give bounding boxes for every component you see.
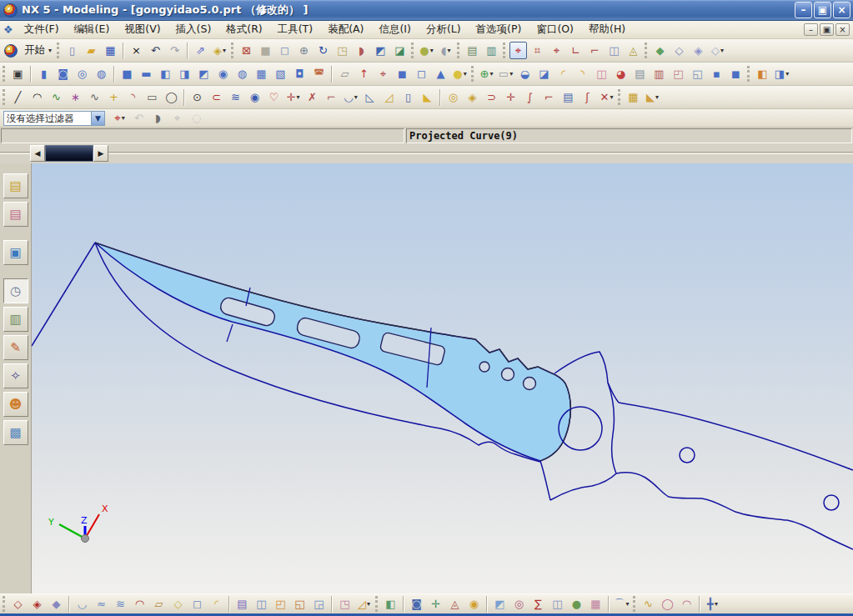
info-tag[interactable]: ◈▾ xyxy=(211,42,228,59)
new-file[interactable]: ▯ xyxy=(63,42,81,59)
bridge-curve[interactable]: ◡▾ xyxy=(342,88,359,106)
menu-assemblies[interactable]: 装配(A) xyxy=(320,21,371,38)
extrude[interactable]: ▮ xyxy=(35,65,53,83)
pocket[interactable]: ▦ xyxy=(253,65,270,83)
section-surface[interactable]: ▱ xyxy=(150,595,168,613)
assembly-navigator[interactable]: ▤ xyxy=(3,173,28,198)
block[interactable]: ■ xyxy=(118,65,136,83)
sheet-curve[interactable]: ▤ xyxy=(559,88,577,106)
x-form[interactable]: ✛ xyxy=(427,595,444,613)
emboss[interactable]: ◘ xyxy=(291,65,309,83)
plane-dropdown[interactable]: ▾ xyxy=(509,70,513,78)
revolve[interactable]: ◙ xyxy=(54,65,72,83)
wcs-rotate[interactable]: ⌗ xyxy=(529,42,546,59)
extension-surface[interactable]: ◰ xyxy=(272,595,289,613)
snap-point-filter[interactable]: ⌖▾ xyxy=(111,109,128,127)
plane[interactable]: ▭▾ xyxy=(497,65,514,83)
toolbar-grip[interactable] xyxy=(3,89,5,105)
flange-surface[interactable]: ◫ xyxy=(549,595,566,613)
offset-curve[interactable]: ◺ xyxy=(361,88,379,106)
arc[interactable]: ◠ xyxy=(28,88,46,106)
bridge-curve-dropdown[interactable]: ▾ xyxy=(354,93,358,101)
dome-surface[interactable]: ◠ xyxy=(678,595,695,613)
through-curves[interactable]: ≈ xyxy=(93,595,110,613)
deviation-gauge[interactable]: ╋▾ xyxy=(704,595,721,613)
profile-curve[interactable]: ♡ xyxy=(265,88,283,106)
shaded-ball[interactable]: ●▾ xyxy=(418,42,435,59)
chamfer[interactable]: ◪ xyxy=(535,65,553,83)
start-dropdown[interactable]: ▾ xyxy=(48,47,52,54)
toolbar-grip[interactable] xyxy=(645,43,647,58)
menu-window[interactable]: 窗口(O) xyxy=(529,21,581,38)
sweep-along-guide[interactable]: ◍ xyxy=(93,65,110,83)
trimmed-sheet[interactable]: ◱ xyxy=(291,595,309,613)
web-browser[interactable]: ▩ xyxy=(3,420,28,445)
through-curve-mesh[interactable]: ≋ xyxy=(112,595,129,613)
sew-sheet[interactable]: ◳ xyxy=(336,595,354,613)
rotate-view[interactable]: ↻ xyxy=(314,42,332,59)
shell[interactable]: ◫ xyxy=(593,65,610,83)
point-pattern[interactable]: ✛▾ xyxy=(284,88,302,106)
spiral[interactable]: ◉ xyxy=(246,88,263,106)
point-pattern-dropdown[interactable]: ▾ xyxy=(296,93,299,101)
roles-palette[interactable]: ✎ xyxy=(3,335,28,360)
update-display[interactable]: ◩ xyxy=(372,42,389,59)
menu-format[interactable]: 格式(R) xyxy=(218,21,269,38)
user-roles[interactable]: ☻ xyxy=(3,392,28,417)
section-curve[interactable]: ✛ xyxy=(502,88,519,106)
menu-help[interactable]: 帮助(H) xyxy=(581,21,633,38)
trim-body[interactable]: ◻ xyxy=(413,65,430,83)
system-scenes[interactable]: ✧ xyxy=(3,363,28,388)
menu-insert[interactable]: 插入(S) xyxy=(168,21,219,38)
menu-file[interactable]: 文件(F) xyxy=(17,21,67,38)
ellipse[interactable]: ⊙ xyxy=(188,88,206,106)
simplify-curve[interactable]: ◣ xyxy=(419,88,436,106)
restore-button[interactable]: ▣ xyxy=(814,2,831,18)
history-palette[interactable]: ◷ xyxy=(3,278,28,303)
datum-plane[interactable]: ▱ xyxy=(336,65,354,83)
helix[interactable]: ≋ xyxy=(227,88,244,106)
information-notebook[interactable]: ▥ xyxy=(3,307,28,332)
law-extension[interactable]: ◫ xyxy=(253,595,270,613)
toolbar-grip[interactable] xyxy=(231,43,233,58)
bridge-surface[interactable]: ◜ xyxy=(208,595,225,613)
selection-filter-combo[interactable]: 没有选择过滤器 ▼ xyxy=(3,111,105,126)
wcs-orient[interactable]: ⌖ xyxy=(548,42,565,59)
wcs-change-xc[interactable]: ∟ xyxy=(567,42,585,59)
boolean-intersect[interactable]: ◩ xyxy=(195,65,213,83)
offset-face[interactable]: ▪ xyxy=(708,65,725,83)
part-navigator[interactable]: ▣ xyxy=(3,240,28,265)
quick-extend[interactable]: ⌐ xyxy=(323,88,340,106)
menu-analysis[interactable]: 分析(L) xyxy=(419,21,469,38)
spline[interactable]: ∿ xyxy=(86,88,103,106)
sketch[interactable]: ▣ xyxy=(9,65,27,83)
project-curve[interactable]: ◎ xyxy=(444,88,462,106)
undo[interactable]: ↶ xyxy=(147,42,164,59)
toolbar-grip[interactable] xyxy=(503,43,505,58)
angle-dimension[interactable]: ◣▾ xyxy=(644,88,661,106)
snap-layer-2[interactable]: ◇ xyxy=(670,42,688,59)
combine-projection[interactable]: ◈ xyxy=(464,88,481,106)
polygon[interactable]: ◯ xyxy=(163,88,180,106)
redo[interactable]: ↷ xyxy=(166,42,183,59)
section-point-surface[interactable]: ◆ xyxy=(48,595,65,613)
scroll-left-button[interactable]: ◀ xyxy=(30,145,45,162)
regenerate-work[interactable]: ◪ xyxy=(391,42,409,59)
snap-layer-1[interactable]: ◆ xyxy=(651,42,669,59)
ruled-surface[interactable]: ◡ xyxy=(73,595,91,613)
fill-surface[interactable]: ◉ xyxy=(465,595,483,613)
child-close-button[interactable]: × xyxy=(835,23,850,36)
blade-selected-face[interactable] xyxy=(95,243,570,461)
section-feature[interactable]: ◕ xyxy=(612,65,630,83)
menu-information[interactable]: 信息(I) xyxy=(371,21,418,38)
selection-undo[interactable]: ↶ xyxy=(130,109,148,127)
curve-trim[interactable]: ✗ xyxy=(304,88,321,106)
deselect-eraser[interactable]: ◗ xyxy=(149,109,167,127)
boolean-unite[interactable]: ◧ xyxy=(157,65,174,83)
wcs-save[interactable]: ◫ xyxy=(605,42,623,59)
clip-scrollbar[interactable]: ◀ ▶ xyxy=(30,145,108,162)
bounded-plane[interactable]: ◻ xyxy=(188,595,206,613)
toolbar-grip[interactable] xyxy=(633,596,635,612)
snap-point-filter-dropdown[interactable]: ▾ xyxy=(122,114,125,122)
n-sided-surface[interactable]: ◇ xyxy=(169,595,187,613)
